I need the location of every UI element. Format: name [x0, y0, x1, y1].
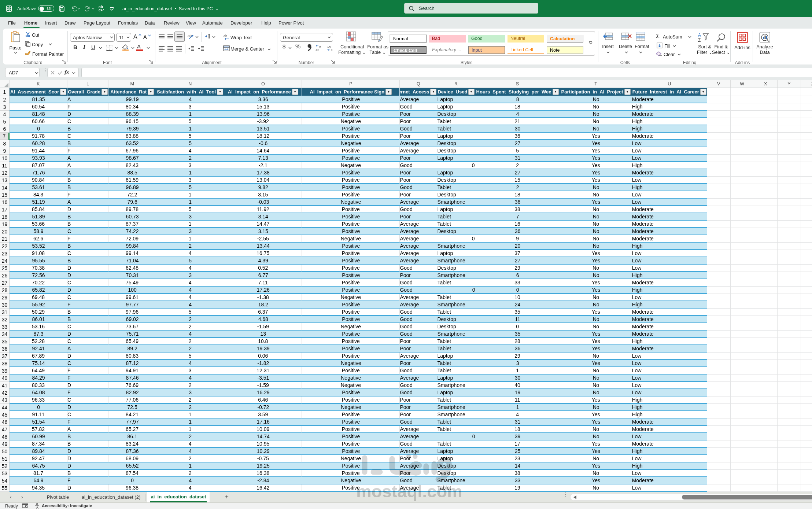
svg-text:.00: .00	[327, 45, 331, 48]
svg-text:.00: .00	[315, 48, 320, 51]
svg-text:A: A	[698, 33, 701, 38]
svg-text:Z: Z	[698, 38, 701, 43]
svg-text:0: 0	[331, 48, 333, 51]
svg-text:0: 0	[319, 45, 321, 48]
svg-text:ab: ab	[224, 34, 227, 38]
